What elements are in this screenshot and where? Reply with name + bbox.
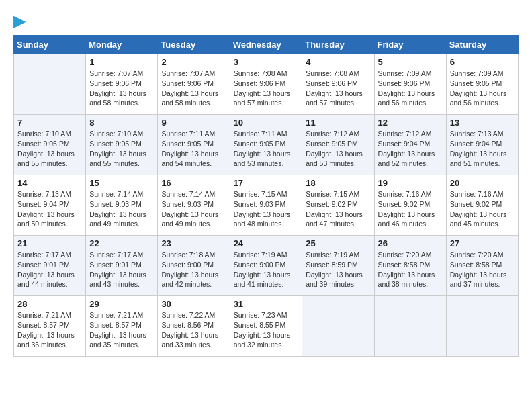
day-info: Sunrise: 7:21 AM Sunset: 8:57 PM Dayligh…: [89, 310, 154, 350]
calendar-cell: 29 Sunrise: 7:21 AM Sunset: 8:57 PM Dayl…: [86, 296, 158, 357]
sunset: Sunset: 8:57 PM: [89, 321, 142, 329]
calendar-cell: 8 Sunrise: 7:10 AM Sunset: 9:05 PM Dayli…: [86, 115, 158, 175]
day-info: Sunrise: 7:10 AM Sunset: 9:05 PM Dayligh…: [89, 129, 154, 169]
daylight: Daylight: 13 hours and 49 minutes.: [161, 210, 218, 228]
calendar-cell: 16 Sunrise: 7:14 AM Sunset: 9:03 PM Dayl…: [158, 175, 230, 236]
sunset: Sunset: 9:04 PM: [450, 140, 502, 148]
day-number: 19: [378, 178, 443, 188]
sunset: Sunset: 9:05 PM: [17, 140, 70, 148]
sunrise: Sunrise: 7:16 AM: [450, 190, 504, 198]
calendar-cell: [14, 54, 86, 115]
calendar-cell: 18 Sunrise: 7:15 AM Sunset: 9:02 PM Dayl…: [302, 175, 374, 236]
sunset: Sunset: 9:03 PM: [161, 200, 214, 208]
calendar-cell: 11 Sunrise: 7:12 AM Sunset: 9:05 PM Dayl…: [302, 115, 374, 175]
day-info: Sunrise: 7:10 AM Sunset: 9:05 PM Dayligh…: [17, 129, 82, 169]
sunrise: Sunrise: 7:16 AM: [378, 190, 432, 198]
day-info: Sunrise: 7:13 AM Sunset: 9:04 PM Dayligh…: [17, 189, 82, 229]
sunrise: Sunrise: 7:09 AM: [378, 69, 432, 77]
sunset: Sunset: 9:04 PM: [17, 200, 70, 208]
logo: ▶: [13, 13, 25, 28]
calendar-week-2: 7 Sunrise: 7:10 AM Sunset: 9:05 PM Dayli…: [14, 115, 519, 175]
sunset: Sunset: 9:00 PM: [161, 261, 214, 269]
day-number: 27: [450, 238, 515, 248]
day-info: Sunrise: 7:20 AM Sunset: 8:58 PM Dayligh…: [378, 250, 443, 289]
daylight: Daylight: 13 hours and 46 minutes.: [378, 210, 435, 228]
day-info: Sunrise: 7:09 AM Sunset: 9:06 PM Dayligh…: [378, 68, 443, 108]
calendar-header-row: SundayMondayTuesdayWednesdayThursdayFrid…: [14, 36, 519, 54]
day-number: 8: [89, 118, 154, 128]
day-number: 22: [89, 238, 154, 248]
day-info: Sunrise: 7:17 AM Sunset: 9:01 PM Dayligh…: [17, 250, 82, 289]
sunrise: Sunrise: 7:23 AM: [234, 311, 287, 319]
sunset: Sunset: 9:01 PM: [17, 261, 70, 269]
daylight: Daylight: 13 hours and 51 minutes.: [450, 150, 507, 168]
day-info: Sunrise: 7:14 AM Sunset: 9:03 PM Dayligh…: [89, 189, 154, 229]
day-info: Sunrise: 7:18 AM Sunset: 9:00 PM Dayligh…: [161, 250, 226, 289]
daylight: Daylight: 13 hours and 55 minutes.: [17, 150, 75, 168]
day-info: Sunrise: 7:07 AM Sunset: 9:06 PM Dayligh…: [161, 68, 226, 108]
calendar-cell: [374, 296, 446, 357]
day-info: Sunrise: 7:19 AM Sunset: 9:00 PM Dayligh…: [234, 250, 299, 289]
day-info: Sunrise: 7:16 AM Sunset: 9:02 PM Dayligh…: [378, 189, 443, 229]
sunrise: Sunrise: 7:07 AM: [89, 69, 143, 77]
sunset: Sunset: 9:04 PM: [378, 140, 431, 148]
day-info: Sunrise: 7:11 AM Sunset: 9:05 PM Dayligh…: [234, 129, 299, 169]
calendar-cell: 23 Sunrise: 7:18 AM Sunset: 9:00 PM Dayl…: [158, 236, 230, 296]
sunset: Sunset: 8:56 PM: [161, 321, 214, 329]
daylight: Daylight: 13 hours and 45 minutes.: [450, 210, 507, 228]
daylight: Daylight: 13 hours and 57 minutes.: [306, 89, 363, 107]
daylight: Daylight: 13 hours and 52 minutes.: [378, 150, 435, 168]
calendar-week-4: 21 Sunrise: 7:17 AM Sunset: 9:01 PM Dayl…: [14, 236, 519, 296]
daylight: Daylight: 13 hours and 56 minutes.: [450, 89, 507, 107]
day-info: Sunrise: 7:08 AM Sunset: 9:06 PM Dayligh…: [306, 68, 370, 108]
sunrise: Sunrise: 7:14 AM: [161, 190, 215, 198]
calendar-cell: 17 Sunrise: 7:15 AM Sunset: 9:03 PM Dayl…: [230, 175, 302, 236]
sunrise: Sunrise: 7:22 AM: [161, 311, 215, 319]
sunset: Sunset: 9:05 PM: [450, 79, 502, 87]
day-info: Sunrise: 7:19 AM Sunset: 8:59 PM Dayligh…: [306, 250, 370, 289]
day-info: Sunrise: 7:12 AM Sunset: 9:04 PM Dayligh…: [378, 129, 443, 169]
day-number: 29: [89, 299, 154, 309]
day-info: Sunrise: 7:21 AM Sunset: 8:57 PM Dayligh…: [17, 310, 82, 350]
day-info: Sunrise: 7:14 AM Sunset: 9:03 PM Dayligh…: [161, 189, 226, 229]
day-number: 11: [306, 118, 370, 128]
daylight: Daylight: 13 hours and 48 minutes.: [234, 210, 291, 228]
column-header-friday: Friday: [374, 36, 446, 54]
day-number: 30: [161, 299, 226, 309]
calendar-cell: 28 Sunrise: 7:21 AM Sunset: 8:57 PM Dayl…: [14, 296, 86, 357]
calendar-cell: 4 Sunrise: 7:08 AM Sunset: 9:06 PM Dayli…: [302, 54, 374, 115]
day-number: 2: [161, 57, 226, 67]
day-number: 5: [378, 57, 443, 67]
day-info: Sunrise: 7:15 AM Sunset: 9:02 PM Dayligh…: [306, 189, 370, 229]
day-info: Sunrise: 7:17 AM Sunset: 9:01 PM Dayligh…: [89, 250, 154, 289]
daylight: Daylight: 13 hours and 44 minutes.: [17, 271, 75, 289]
calendar-cell: 12 Sunrise: 7:12 AM Sunset: 9:04 PM Dayl…: [374, 115, 446, 175]
sunrise: Sunrise: 7:08 AM: [306, 69, 359, 77]
day-number: 7: [17, 118, 82, 128]
day-info: Sunrise: 7:12 AM Sunset: 9:05 PM Dayligh…: [306, 129, 370, 169]
daylight: Daylight: 13 hours and 39 minutes.: [306, 271, 363, 289]
sunrise: Sunrise: 7:20 AM: [450, 250, 504, 259]
calendar-week-1: 1 Sunrise: 7:07 AM Sunset: 9:06 PM Dayli…: [14, 54, 519, 115]
column-header-thursday: Thursday: [302, 36, 374, 54]
sunrise: Sunrise: 7:13 AM: [17, 190, 71, 198]
sunset: Sunset: 8:55 PM: [234, 321, 286, 329]
daylight: Daylight: 13 hours and 47 minutes.: [306, 210, 363, 228]
logo-text: ▶: [13, 13, 25, 30]
column-header-saturday: Saturday: [446, 36, 518, 54]
daylight: Daylight: 13 hours and 50 minutes.: [17, 210, 75, 228]
sunset: Sunset: 8:58 PM: [378, 261, 431, 269]
calendar-cell: 7 Sunrise: 7:10 AM Sunset: 9:05 PM Dayli…: [14, 115, 86, 175]
daylight: Daylight: 13 hours and 36 minutes.: [17, 331, 75, 349]
day-number: 13: [450, 118, 515, 128]
calendar-cell: 1 Sunrise: 7:07 AM Sunset: 9:06 PM Dayli…: [86, 54, 158, 115]
daylight: Daylight: 13 hours and 57 minutes.: [234, 89, 291, 107]
daylight: Daylight: 13 hours and 58 minutes.: [89, 89, 146, 107]
sunrise: Sunrise: 7:08 AM: [234, 69, 287, 77]
day-number: 26: [378, 238, 443, 248]
calendar-cell: 27 Sunrise: 7:20 AM Sunset: 8:58 PM Dayl…: [446, 236, 518, 296]
day-info: Sunrise: 7:11 AM Sunset: 9:05 PM Dayligh…: [161, 129, 226, 169]
sunrise: Sunrise: 7:17 AM: [17, 250, 71, 259]
calendar-cell: 14 Sunrise: 7:13 AM Sunset: 9:04 PM Dayl…: [14, 175, 86, 236]
calendar-cell: 9 Sunrise: 7:11 AM Sunset: 9:05 PM Dayli…: [158, 115, 230, 175]
